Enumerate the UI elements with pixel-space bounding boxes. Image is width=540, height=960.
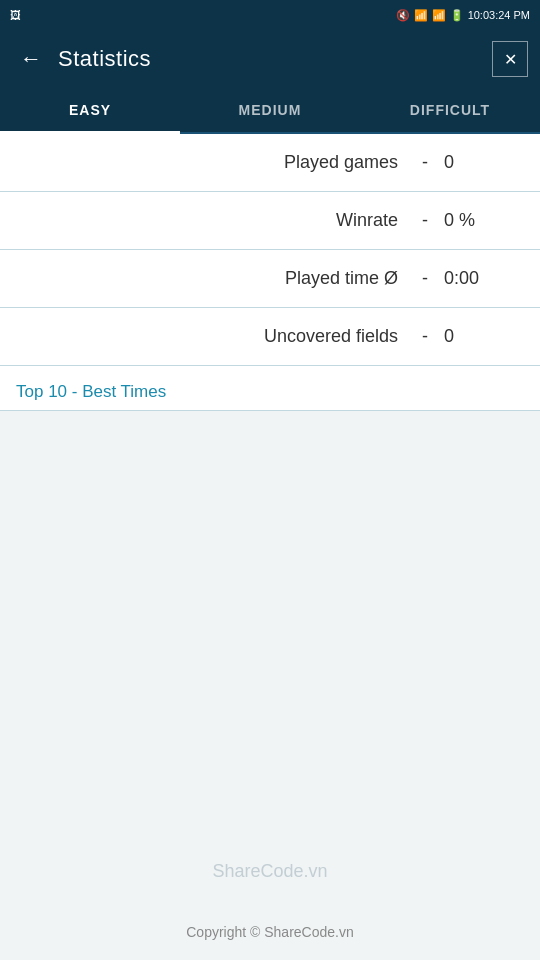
top10-title: Top 10 - Best Times: [16, 382, 524, 402]
stat-label-played-time: Played time Ø: [16, 268, 406, 289]
tabs-bar: EASY MEDIUM DIFFICULT: [0, 88, 540, 134]
time-display: 10:03:24 PM: [468, 9, 530, 21]
stat-label-played-games: Played games: [16, 152, 406, 173]
camera-icon: 🖼: [10, 9, 21, 21]
stat-value-played-games: 0: [444, 152, 524, 173]
tab-medium[interactable]: MEDIUM: [180, 88, 360, 132]
battery-icon: 🔋: [450, 9, 464, 22]
stat-label-uncovered: Uncovered fields: [16, 326, 406, 347]
back-button[interactable]: ←: [12, 38, 50, 80]
stat-value-winrate: 0 %: [444, 210, 524, 231]
page-title: Statistics: [58, 46, 492, 72]
stat-dash-2: -: [406, 268, 444, 289]
header: ← Statistics ✕: [0, 30, 540, 88]
top10-section: Top 10 - Best Times: [0, 366, 540, 411]
tab-easy[interactable]: EASY: [0, 88, 180, 132]
status-bar-right: 🔇 📶 📶 🔋 10:03:24 PM: [396, 9, 530, 22]
watermark: ShareCode.vn: [212, 861, 327, 882]
stat-value-played-time: 0:00: [444, 268, 524, 289]
content-area: ShareCode.vn: [0, 411, 540, 841]
footer-copyright: Copyright © ShareCode.vn: [0, 924, 540, 940]
page-wrapper: 🖼 🔇 📶 📶 🔋 10:03:24 PM ← Statistics ✕ EAS…: [0, 0, 540, 960]
status-bar-left: 🖼: [10, 9, 21, 21]
table-row: Uncovered fields - 0: [0, 308, 540, 366]
wifi-icon: 📶: [414, 9, 428, 22]
stats-section: Played games - 0 Winrate - 0 % Played ti…: [0, 134, 540, 366]
clear-button[interactable]: ✕: [492, 41, 528, 77]
stat-dash-3: -: [406, 326, 444, 347]
table-row: Played time Ø - 0:00: [0, 250, 540, 308]
stat-dash-1: -: [406, 210, 444, 231]
signal-icon: 📶: [432, 9, 446, 22]
stat-dash-0: -: [406, 152, 444, 173]
stat-value-uncovered: 0: [444, 326, 524, 347]
tab-difficult[interactable]: DIFFICULT: [360, 88, 540, 132]
table-row: Played games - 0: [0, 134, 540, 192]
table-row: Winrate - 0 %: [0, 192, 540, 250]
mute-icon: 🔇: [396, 9, 410, 22]
stat-label-winrate: Winrate: [16, 210, 406, 231]
status-bar: 🖼 🔇 📶 📶 🔋 10:03:24 PM: [0, 0, 540, 30]
